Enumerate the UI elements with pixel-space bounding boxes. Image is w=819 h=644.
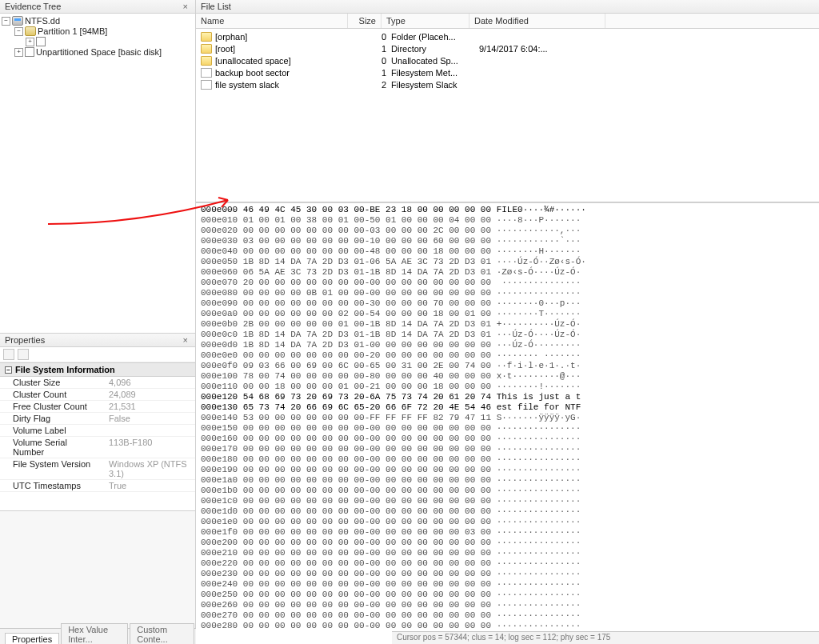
tree-label: Partition 1 [94MB] [38,26,107,36]
file-list-header[interactable]: Name Size Type Date Modified [196,14,819,29]
file-type: Unallocated Sp... [391,56,479,66]
col-type[interactable]: Type [382,14,469,28]
collapse-icon[interactable]: − [2,17,10,26]
evidence-tree-title: Evidence Tree [5,2,61,11]
property-value: 4,096 [104,377,195,388]
folder-icon [201,44,212,54]
partition-icon [25,26,36,36]
evidence-tree-close-icon[interactable]: × [181,2,190,11]
collapse-icon[interactable]: − [14,27,23,36]
tree-node-unpartitioned[interactable]: + Unpartitioned Space [basic disk] [2,47,194,58]
node-icon [36,37,46,46]
hex-viewer[interactable]: 000e000 46 49 4C 45 30 00 03 00-BE 23 18… [196,202,819,644]
properties-close-icon[interactable]: × [181,335,190,345]
file-row[interactable]: [orphan]0Folder (Placeh... [196,30,819,42]
property-value [104,425,195,436]
tab-properties[interactable]: Properties [5,633,59,644]
properties-row[interactable]: Volume Label [0,425,195,437]
property-key: Dirty Flag [0,413,104,424]
properties-row[interactable]: File System VersionWindows XP (NTFS 3.1) [0,458,195,480]
property-value: 21,531 [104,401,195,412]
file-size: 1 [358,68,391,78]
properties-row[interactable]: Volume Serial Number113B-F180 [0,437,195,458]
file-name: file system slack [215,80,358,90]
file-list-body[interactable]: [orphan]0Folder (Placeh...[root]1Directo… [196,29,819,202]
property-value: 24,089 [104,389,195,400]
file-name: [orphan] [215,32,358,42]
properties-table: Cluster Size4,096Cluster Count24,089Free… [0,377,195,510]
col-date[interactable]: Date Modified [469,14,605,28]
collapse-icon[interactable]: − [5,366,12,374]
property-key: Volume Serial Number [0,437,104,458]
file-date: 9/14/2017 6:04:... [479,44,615,54]
bottom-tab-bar: Properties Hex Value Inter... Custom Con… [0,628,196,644]
property-key: Free Cluster Count [0,401,104,412]
property-key: Volume Label [0,425,104,436]
file-row[interactable]: backup boot sector1Filesystem Met... [196,66,819,78]
tree-label: NTFS.dd [25,16,60,26]
property-key: UTC Timestamps [0,480,104,491]
drive-icon [12,16,23,26]
property-value: False [104,413,195,424]
tree-label: Unpartitioned Space [basic disk] [36,47,162,57]
file-size: 2 [358,80,391,90]
col-name[interactable]: Name [196,14,348,28]
property-key: Cluster Count [0,389,104,400]
property-value: True [104,480,195,491]
properties-group-header[interactable]: − File System Information [0,362,195,377]
properties-row[interactable]: Cluster Count24,089 [0,389,195,401]
tab-custom-content[interactable]: Custom Conte... [130,623,194,644]
col-size[interactable]: Size [348,14,382,28]
tree-node-root[interactable]: − NTFS.dd [2,16,194,26]
status-bar: Cursor pos = 57344; clus = 14; log sec =… [392,631,819,644]
properties-title: Properties [5,335,45,345]
properties-toolbar-btn[interactable] [3,349,14,360]
file-name: [unallocated space] [215,56,358,66]
properties-row[interactable]: Free Cluster Count21,531 [0,401,195,413]
properties-group-title: File System Information [15,365,115,374]
node-icon [25,47,34,57]
folder-icon [201,32,212,42]
file-name: [root] [215,44,358,54]
property-key: Cluster Size [0,377,104,388]
evidence-tree[interactable]: − NTFS.dd − Partition 1 [94MB] + + Unpar… [0,14,195,60]
file-type: Directory [391,44,479,54]
file-type: Filesystem Met... [391,68,479,78]
file-row[interactable]: file system slack2Filesystem Slack [196,78,819,90]
file-size: 0 [358,32,391,42]
expand-icon[interactable]: + [26,38,34,46]
file-icon [201,68,212,78]
file-icon [201,80,212,90]
tab-hex-value[interactable]: Hex Value Inter... [61,623,128,644]
expand-icon[interactable]: + [14,48,23,57]
properties-toolbar-btn[interactable] [18,349,29,360]
property-key: File System Version [0,458,104,479]
properties-row[interactable]: Dirty FlagFalse [0,413,195,425]
file-type: Filesystem Slack [391,80,479,90]
tree-node-child[interactable]: + [2,37,194,47]
file-row[interactable]: [root]1Directory9/14/2017 6:04:... [196,42,819,54]
properties-row[interactable]: Cluster Size4,096 [0,377,195,389]
properties-toolbar [0,347,195,362]
file-list-title: File List [201,2,231,11]
file-size: 1 [358,44,391,54]
properties-row[interactable]: UTC TimestampsTrue [0,480,195,492]
file-row[interactable]: [unallocated space]0Unallocated Sp... [196,54,819,66]
property-value: Windows XP (NTFS 3.1) [104,458,195,479]
property-value: 113B-F180 [104,437,195,458]
folder-icon [201,56,212,66]
file-type: Folder (Placeh... [391,32,479,42]
tree-node-partition[interactable]: − Partition 1 [94MB] [2,26,194,37]
file-name: backup boot sector [215,68,358,78]
file-size: 0 [358,56,391,66]
